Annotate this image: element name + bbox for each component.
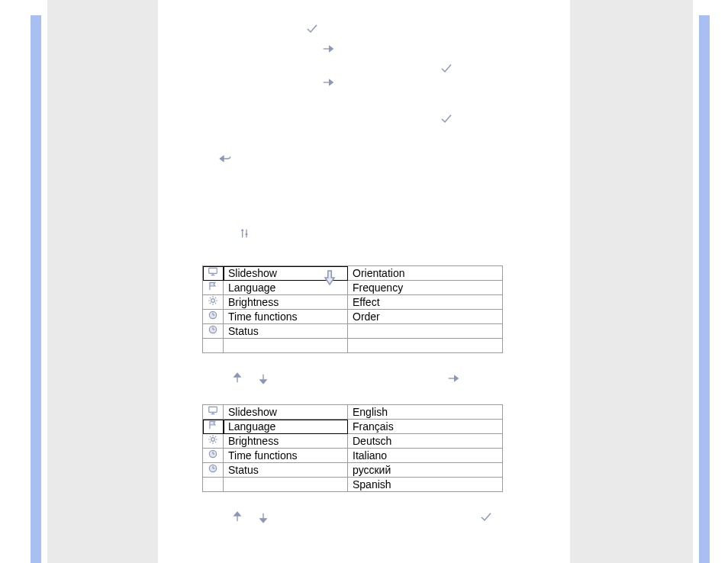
flag-icon bbox=[203, 420, 224, 434]
submenu-item-label: Italiano bbox=[348, 449, 503, 463]
menu-item-label bbox=[224, 478, 348, 492]
arrow-down-icon bbox=[257, 372, 269, 384]
monitor-icon bbox=[203, 266, 224, 281]
svg-marker-28 bbox=[234, 373, 240, 377]
clock-icon bbox=[203, 449, 224, 463]
settings-icon bbox=[239, 227, 251, 240]
submenu-item-label: Effect bbox=[348, 295, 503, 310]
menu-item-label: Status bbox=[224, 463, 348, 478]
nav-row-language-left bbox=[231, 511, 269, 523]
arrow-right-icon bbox=[321, 43, 333, 55]
svg-point-12 bbox=[211, 299, 215, 303]
svg-rect-9 bbox=[246, 236, 246, 238]
svg-marker-1 bbox=[330, 47, 333, 52]
submenu-item-label: Spanish bbox=[348, 478, 503, 492]
slideshow-settings-table: SlideshowOrientationLanguageFrequencyBri… bbox=[202, 265, 503, 353]
check-icon bbox=[440, 63, 453, 75]
table-row: LanguageFrequency bbox=[203, 281, 503, 295]
svg-marker-53 bbox=[260, 519, 266, 523]
table-row: Statusрусский bbox=[203, 463, 503, 478]
menu-item-label: Time functions bbox=[224, 449, 348, 463]
svg-marker-51 bbox=[234, 512, 240, 516]
table-row: LanguageFrançais bbox=[203, 420, 503, 434]
svg-line-40 bbox=[210, 436, 211, 437]
arrow-up-icon bbox=[231, 372, 243, 384]
table-row: BrightnessDeutsch bbox=[203, 434, 503, 449]
arrow-down-icon bbox=[257, 511, 269, 523]
svg-marker-32 bbox=[455, 376, 459, 381]
brightness-icon bbox=[203, 295, 224, 310]
svg-line-17 bbox=[210, 298, 211, 298]
svg-line-19 bbox=[210, 303, 211, 304]
nav-row-slideshow-right bbox=[446, 372, 459, 384]
arrow-right-icon bbox=[446, 372, 459, 384]
arrow-right-icon bbox=[321, 76, 333, 88]
svg-rect-6 bbox=[242, 231, 243, 237]
svg-point-7 bbox=[246, 233, 248, 236]
arrow-down-overlay-icon bbox=[323, 269, 337, 286]
svg-marker-4 bbox=[220, 156, 224, 162]
clock-icon bbox=[203, 463, 224, 478]
submenu-item-label: Order bbox=[348, 310, 503, 324]
table-row: Time functionsOrder bbox=[203, 310, 503, 324]
svg-point-35 bbox=[211, 438, 215, 442]
svg-line-20 bbox=[215, 298, 216, 298]
brightness-icon bbox=[203, 434, 224, 449]
nav-row-language-right bbox=[480, 511, 492, 523]
table-row: BrightnessEffect bbox=[203, 295, 503, 310]
page-margin-right bbox=[699, 15, 710, 563]
flag-icon bbox=[203, 281, 224, 295]
table-row: Spanish bbox=[203, 478, 503, 492]
table-row: Status bbox=[203, 324, 503, 339]
svg-rect-10 bbox=[209, 268, 217, 273]
submenu-item-label: Deutsch bbox=[348, 434, 503, 449]
table-row: SlideshowOrientation bbox=[203, 266, 503, 281]
svg-rect-33 bbox=[209, 407, 217, 412]
nav-row-slideshow-left bbox=[231, 372, 269, 384]
svg-line-43 bbox=[215, 436, 216, 437]
submenu-item-label bbox=[348, 339, 503, 353]
empty-icon bbox=[203, 478, 224, 492]
submenu-item-label: Frequency bbox=[348, 281, 503, 295]
table-row: Time functionsItaliano bbox=[203, 449, 503, 463]
arrow-up-icon bbox=[231, 511, 243, 523]
menu-item-label: Status bbox=[224, 324, 348, 339]
svg-line-41 bbox=[215, 442, 216, 442]
submenu-item-label: русский bbox=[348, 463, 503, 478]
page-margin-left bbox=[31, 15, 41, 563]
table-row: SlideshowEnglish bbox=[203, 405, 503, 420]
svg-line-42 bbox=[210, 442, 211, 442]
svg-marker-30 bbox=[260, 380, 266, 384]
submenu-item-label: Orientation bbox=[348, 266, 503, 281]
menu-item-label: Slideshow bbox=[224, 405, 348, 420]
empty-icon bbox=[203, 339, 224, 353]
monitor-icon bbox=[203, 405, 224, 420]
svg-point-5 bbox=[241, 230, 243, 232]
menu-item-label: Brightness bbox=[224, 295, 348, 310]
svg-line-18 bbox=[215, 303, 216, 304]
clock-icon bbox=[203, 324, 224, 339]
submenu-item-label bbox=[348, 324, 503, 339]
table-row bbox=[203, 339, 503, 353]
menu-item-label: Brightness bbox=[224, 434, 348, 449]
check-icon bbox=[306, 23, 318, 35]
clock-icon bbox=[203, 310, 224, 324]
document-page: SlideshowOrientationLanguageFrequencyBri… bbox=[158, 0, 570, 563]
check-icon bbox=[440, 113, 453, 125]
submenu-item-label: English bbox=[348, 405, 503, 420]
menu-item-label bbox=[224, 339, 348, 353]
language-settings-table: SlideshowEnglishLanguageFrançaisBrightne… bbox=[202, 404, 503, 492]
menu-item-label: Time functions bbox=[224, 310, 348, 324]
submenu-item-label: Français bbox=[348, 420, 503, 434]
svg-marker-3 bbox=[330, 80, 333, 85]
check-icon bbox=[480, 511, 492, 523]
svg-rect-8 bbox=[246, 230, 246, 233]
arrow-back-icon bbox=[219, 153, 231, 165]
menu-item-label: Language bbox=[224, 420, 348, 434]
